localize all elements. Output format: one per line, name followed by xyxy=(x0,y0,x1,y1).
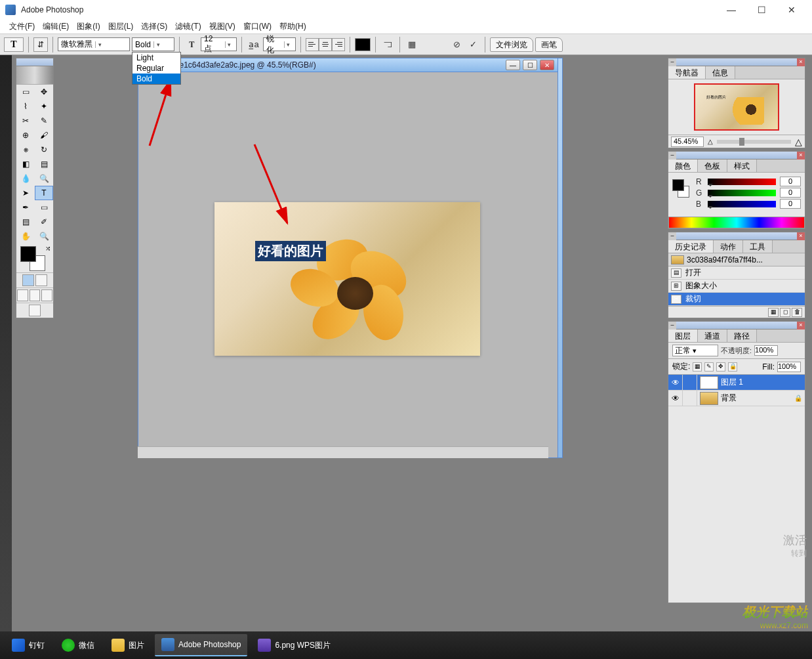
anti-alias-combo[interactable]: 锐化 ▾ xyxy=(263,37,296,51)
doc-scrollbar-vertical[interactable] xyxy=(558,58,563,458)
toolbox-header[interactable] xyxy=(16,58,53,66)
panel-minimize-icon[interactable]: – xyxy=(668,152,676,159)
menu-image[interactable]: 图象(I) xyxy=(73,20,104,33)
delete-state-button[interactable]: 🗑 xyxy=(792,308,802,317)
lock-all-button[interactable]: 🔒 xyxy=(728,362,737,372)
weight-option-regular[interactable]: Regular xyxy=(132,63,180,74)
green-slider[interactable] xyxy=(708,190,776,196)
document-canvas-area[interactable]: 好看的图片 xyxy=(138,72,559,458)
tab-history[interactable]: 历史记录 xyxy=(668,240,714,253)
weight-option-bold[interactable]: Bold xyxy=(132,74,180,84)
menu-view[interactable]: 视图(V) xyxy=(205,20,239,33)
panel-minimize-icon[interactable]: – xyxy=(668,232,676,240)
notes-tool[interactable]: ▤ xyxy=(16,215,35,229)
zoom-in-icon[interactable]: △ xyxy=(795,137,802,147)
screen-mode-fullmenu[interactable] xyxy=(30,289,41,301)
history-brush-tool[interactable]: ↻ xyxy=(35,142,53,157)
weight-option-light[interactable]: Light xyxy=(132,53,180,63)
panel-header[interactable]: –× xyxy=(668,152,805,159)
tab-swatches[interactable]: 色板 xyxy=(698,159,727,172)
taskbar-item-wechat[interactable]: 微信 xyxy=(55,634,101,656)
doc-close-button[interactable]: ✕ xyxy=(540,60,554,70)
green-value[interactable]: 0 xyxy=(780,188,801,198)
lock-transparency-button[interactable]: ▦ xyxy=(693,362,702,372)
tab-navigator[interactable]: 导航器 xyxy=(668,66,706,79)
panel-minimize-icon[interactable]: – xyxy=(668,322,676,330)
navigator-zoom-slider[interactable] xyxy=(717,140,791,144)
type-tool[interactable]: T xyxy=(35,186,53,200)
screen-mode-full[interactable] xyxy=(41,289,52,301)
history-snapshot-row[interactable]: 3c038a94f76fa7ff4b... xyxy=(668,253,805,266)
menu-layer[interactable]: 图层(L) xyxy=(104,20,138,33)
warp-text-button[interactable]: ⫎ xyxy=(380,37,395,52)
tab-info[interactable]: 信息 xyxy=(706,66,735,79)
fill-input[interactable]: 100% xyxy=(777,362,801,372)
lock-pixels-button[interactable]: ✎ xyxy=(704,362,714,372)
shape-tool[interactable]: ▭ xyxy=(35,200,53,215)
panel-close-icon[interactable]: × xyxy=(797,152,805,159)
minimize-button[interactable]: — xyxy=(716,0,746,20)
hand-tool[interactable]: ✋ xyxy=(16,229,35,244)
healing-brush-tool[interactable]: ⊕ xyxy=(16,128,35,142)
image-canvas[interactable]: 好看的图片 xyxy=(214,202,480,356)
tab-color[interactable]: 颜色 xyxy=(668,159,698,172)
new-snapshot-button[interactable]: ◻ xyxy=(780,308,790,317)
history-step-open[interactable]: ▤打开 xyxy=(668,266,805,280)
panel-header[interactable]: –× xyxy=(668,322,805,330)
panel-close-icon[interactable]: × xyxy=(797,58,805,66)
panel-close-icon[interactable]: × xyxy=(797,322,805,330)
layer-row-background[interactable]: 👁 背景 🔒 xyxy=(668,391,805,406)
taskbar-item-dingtalk[interactable]: 钉钉 xyxy=(5,634,51,656)
layer-link-toggle[interactable] xyxy=(683,391,697,406)
character-panel-button[interactable]: ▦ xyxy=(405,37,419,52)
menu-file[interactable]: 文件(F) xyxy=(5,20,39,33)
tab-paths[interactable]: 路径 xyxy=(727,330,757,342)
tab-layers[interactable]: 图层 xyxy=(668,330,698,342)
close-button[interactable]: ✕ xyxy=(777,0,807,20)
text-layer-selection[interactable]: 好看的图片 xyxy=(255,241,326,261)
taskbar-item-photoshop[interactable]: Adobe Photoshop xyxy=(155,634,247,656)
layer-link-toggle[interactable] xyxy=(683,375,697,391)
red-slider[interactable] xyxy=(708,179,776,185)
doc-maximize-button[interactable]: ☐ xyxy=(523,60,537,70)
opacity-input[interactable]: 100% xyxy=(754,345,778,356)
marquee-tool[interactable]: ▭ xyxy=(16,85,35,99)
maximize-button[interactable]: ☐ xyxy=(746,0,777,20)
navigator-thumbnail[interactable]: 好看的图片 xyxy=(694,83,779,131)
quickmask-mode-button[interactable] xyxy=(35,274,47,286)
menu-filter[interactable]: 滤镜(T) xyxy=(171,20,205,33)
panel-header[interactable]: –× xyxy=(668,58,805,66)
blur-tool[interactable]: 💧 xyxy=(16,171,35,186)
standard-mode-button[interactable] xyxy=(22,274,34,286)
text-color-swatch[interactable] xyxy=(355,38,371,51)
history-step-image-size[interactable]: ⊞图象大小 xyxy=(668,280,805,293)
layer-name[interactable]: 图层 1 xyxy=(721,377,805,388)
foreground-color-swatch[interactable] xyxy=(20,246,36,262)
panel-close-icon[interactable]: × xyxy=(797,232,805,240)
menu-edit[interactable]: 编辑(E) xyxy=(39,20,73,33)
red-value[interactable]: 0 xyxy=(780,177,801,186)
color-fg-swatch[interactable] xyxy=(672,179,684,191)
eraser-tool[interactable]: ◧ xyxy=(16,157,35,171)
tab-channels[interactable]: 通道 xyxy=(698,330,727,342)
jump-to-imageready[interactable] xyxy=(29,305,41,316)
blue-slider[interactable] xyxy=(708,201,776,207)
font-family-combo[interactable]: 微软雅黑 ▾ xyxy=(58,37,130,51)
layer-visibility-toggle[interactable]: 👁 xyxy=(668,375,683,391)
history-step-crop[interactable]: ✂裁切 xyxy=(668,293,805,306)
cancel-edit-button[interactable]: ⊘ xyxy=(449,37,464,52)
tab-styles[interactable]: 样式 xyxy=(727,159,757,172)
blue-value[interactable]: 0 xyxy=(780,199,801,209)
dodge-tool[interactable]: 🔍 xyxy=(35,171,53,186)
layer-name[interactable]: 背景 xyxy=(721,393,794,404)
layer-visibility-toggle[interactable]: 👁 xyxy=(668,391,683,406)
path-selection-tool[interactable]: ➤ xyxy=(16,186,35,200)
pen-tool[interactable]: ✒ xyxy=(16,200,35,215)
menu-help[interactable]: 帮助(H) xyxy=(275,20,310,33)
commit-edit-button[interactable]: ✓ xyxy=(466,37,480,52)
layer-row-text[interactable]: 👁 T 图层 1 xyxy=(668,375,805,391)
text-orientation-toggle[interactable]: ⇵ xyxy=(33,37,48,52)
magic-wand-tool[interactable]: ✦ xyxy=(35,99,53,114)
file-browser-button[interactable]: 文件浏览 xyxy=(490,37,533,52)
brush-tool[interactable]: 🖌 xyxy=(35,128,53,142)
